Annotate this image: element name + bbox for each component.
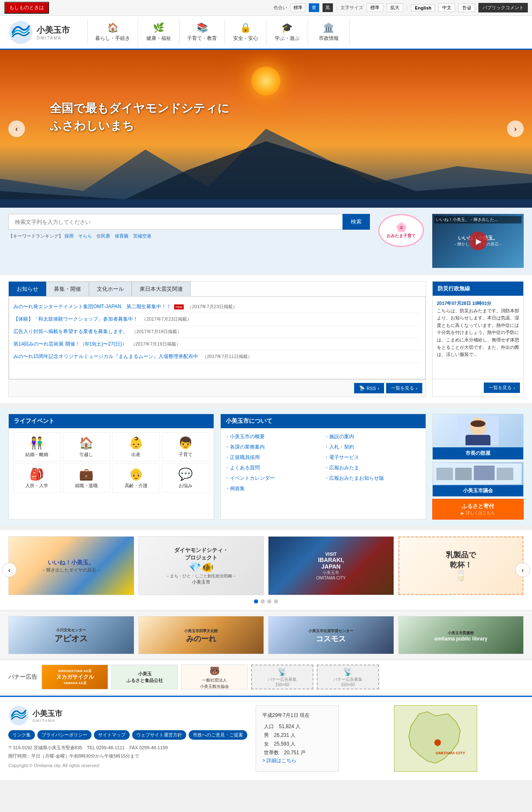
news-item-link[interactable]: 第14回みの〜れ芸術展 開催！（8/19(土)〜27(日)） [13,341,127,347]
nav-item-learning[interactable]: 🎓 学ぶ・遊ぶ [266,19,308,45]
about-link[interactable]: イベントカレンダー [225,474,323,483]
facility-item-cosmos[interactable]: 小美玉市生涯学習センター コスモス [268,616,394,654]
font-standard-button[interactable]: 標準 [367,3,383,12]
news-item-link[interactable]: 【体験】「和太鼓体験ワークショップ」参加者募集中！ [13,316,138,322]
omitama-logo-area[interactable]: 🌸 おみたま子育て [376,214,426,247]
life-item-marriage[interactable]: 👫 結婚・離婚 [13,432,61,461]
promo-item-4[interactable]: 乳製品で 乾杯！ 🥛 [398,536,524,595]
logo-city-sub: OMITAMA [37,36,70,40]
news-tab-culture[interactable]: 文化ホール [89,282,132,296]
elderly-icon: 👴 [129,467,143,481]
council-image [433,462,523,485]
news-tab-disaster[interactable]: 東日本大震災関連 [132,282,191,296]
life-item-employment[interactable]: 💼 就職・退職 [63,464,111,493]
furusato-card[interactable]: ふるさと寄付 ▶ 詳しくはこちら [432,499,524,520]
about-link[interactable]: 施設の案内 [324,432,422,441]
disaster-list-button[interactable]: 一覧を見る › [484,383,520,393]
promo-next-button[interactable]: › [515,563,530,577]
lang-chinese-button[interactable]: 中文 [438,3,455,12]
lang-korean-button[interactable]: 한글 [458,3,475,12]
footer-links-button[interactable]: リンク集 [8,730,35,740]
about-link[interactable]: 小美玉市の概要 [225,432,323,441]
promo-dot-4[interactable] [274,599,278,603]
about-link[interactable]: 入札・契約 [324,443,422,451]
keyword-link[interactable]: 住民票 [96,233,110,238]
color-dark-button[interactable]: 黒 [323,3,333,12]
color-standard-button[interactable]: 標準 [291,3,305,12]
promo-item-1[interactable]: いいね！小美玉。 －輝き出したダイヤの原石－ [8,536,134,595]
about-link[interactable]: 各課の業務案内 [225,443,323,451]
rss-button[interactable]: 📡 RSS › [354,383,384,393]
life-item-moving[interactable]: 🏠 引越し [63,432,111,461]
svg-rect-10 [497,468,513,480]
logo[interactable]: 小美玉市 OMITAMA [8,20,83,45]
about-link[interactable]: 例規集 [225,484,323,493]
news-item-link[interactable]: みの〜れ15周年記念オリジナルミュージカル『まんまるムーン』入場整理券配布中 [13,353,198,359]
promo-prev-button[interactable]: ‹ [2,563,17,577]
promo-dot-1[interactable] [254,599,258,603]
banner-placeholder-2[interactable]: 📡 バナー広告募集150×60 [317,665,379,689]
color-blue-button[interactable]: 青 [309,3,319,12]
about-link[interactable]: 広報おみたまお知らせ版 [324,474,422,483]
video-area[interactable]: いいね！小美玉。－輝き出した... いいね！小美玉。 －輝かしたダイヤの原石－ … [432,214,524,268]
birth-label: 出産 [131,451,140,458]
nav-item-health[interactable]: 🌿 健康・福祉 [138,19,180,45]
life-item-elderly[interactable]: 👴 高齢・介護 [112,464,160,493]
keyword-link[interactable]: 採用 [64,233,74,238]
lang-english-button[interactable]: English [411,4,435,12]
about-link[interactable]: 電子サービス [324,453,422,462]
life-item-consultation[interactable]: 💬 お悩み [162,464,210,493]
keyword-link[interactable]: 茨城空港 [133,233,151,238]
life-item-enrollment[interactable]: 🎒 入所・入学 [13,464,61,493]
public-comment-button[interactable]: パブリックコメント [478,3,528,12]
life-item-childcare[interactable]: 👦 子育て [162,432,210,461]
nav-item-city[interactable]: 🏛️ 市政情報 [308,19,350,45]
news-item-link[interactable]: 広告入り封筒へ掲載を希望する業者を募集します。 [13,329,128,334]
keyword-label: 【キーワードランキング】 [8,233,63,238]
facility-item-library[interactable]: 小美玉市図書館 omitama public library [398,616,524,654]
search-button[interactable]: 検索 [342,214,370,230]
footer-logo[interactable]: 小美玉市 OMITAMA [8,705,247,726]
promo-item-3[interactable]: VISIT IBARAKI, JAPAN 小美玉市 OMITAMA CITY [268,536,394,595]
footer-privacy-button[interactable]: プライバシーポリシー [37,730,91,740]
news-item-link[interactable]: みの〜れ発エンターテイメント集団OMT-JAPAN 第二期生募集中！！ [13,304,171,309]
search-box: 検索 [8,214,370,230]
promo-dot-3[interactable] [267,599,271,603]
life-item-birth[interactable]: 👶 出産 [112,432,160,461]
keyword-link[interactable]: 保育園 [115,233,128,238]
nav-item-living[interactable]: 🏠 暮らし・手続き [87,19,138,45]
footer-address: 〒319-0192 茨城県小美玉市堅倉835 TEL 0299-48-1111 … [8,744,247,760]
footer-opinion-button[interactable]: 市政へのご意見・ご提案 [189,730,247,740]
news-tab-recruit[interactable]: 募集・開催 [46,282,89,296]
banner-item-kanko[interactable]: 🐻 一般社団法人 小美玉観光協会 [181,665,248,689]
promo-dot-2[interactable] [261,599,265,603]
keyword-link[interactable]: そらら [78,233,92,238]
emergency-button[interactable]: もしものときは [4,2,49,14]
font-large-button[interactable]: 拡大 [387,3,403,12]
about-link[interactable]: よくある質問 [225,464,323,472]
news-item: 広告入り封筒へ掲載を希望する業者を募集します。 （2017年7月19日掲載） [13,326,421,338]
footer-sitemap-button[interactable]: サイトマップ [94,730,130,740]
news-tab-notice[interactable]: お知らせ [9,282,46,296]
furusato-sub: ▶ 詳しくはこちら [436,510,520,516]
council-card[interactable]: 小美玉市議会 [432,462,524,497]
about-link[interactable]: 広報おみたま [324,464,422,472]
banner-item-food[interactable]: 小美玉 ふるさと食品公社 [111,665,178,689]
hero-next-button[interactable]: › [507,120,524,137]
facility-item-minore[interactable]: 小美玉市四季文化館 みのーれ [138,616,264,654]
mayor-card[interactable]: 市長の部屋 [432,414,524,460]
news-list-button[interactable]: 一覧を見る › [386,383,422,393]
video-play-button[interactable]: ▶ [469,232,488,250]
banner-placeholder-1[interactable]: 📡 バナー広告募集150×60 [251,665,313,689]
about-link[interactable]: 正規職員採用 [225,453,323,462]
nav-label-city: 市政情報 [319,35,339,42]
facility-item-apios[interactable]: 小川文化センター アピオス [8,616,134,654]
hero-prev-button[interactable]: ‹ [8,120,25,137]
nav-item-childcare[interactable]: 📚 子育て・教育 [180,19,225,45]
search-input[interactable] [8,214,342,230]
footer-policy-button[interactable]: ウェブサイト運営方針 [132,730,186,740]
banner-item-nukaga[interactable]: BRIDGESTONE AS店 ヌカガサイクル YAMAHA AS店 [42,665,108,689]
detail-link[interactable]: 詳細はこちら [262,758,296,763]
promo-item-2[interactable]: ダイヤモンドシティ・ プロジェクト 💎🐠 －まち・ひと・しごと創生総合戦略－ 小… [138,536,264,595]
nav-item-safety[interactable]: 🔒 安全・安心 [225,19,266,45]
